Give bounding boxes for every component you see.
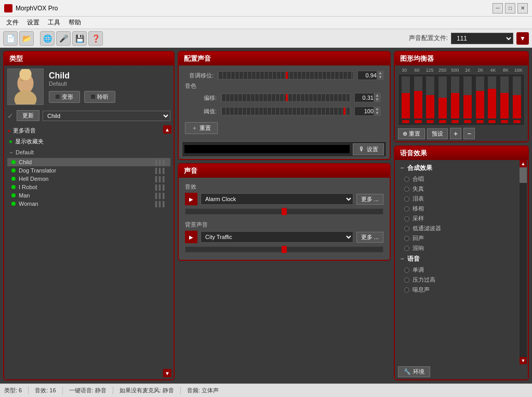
eq-bar-track-8[interactable] xyxy=(500,76,509,118)
env-btn[interactable]: 🔧 环境 xyxy=(398,366,430,377)
bias-slider[interactable] xyxy=(221,94,350,102)
eq-bar-track-0[interactable] xyxy=(402,76,410,118)
fx-item-tearwatch[interactable]: 泪表 xyxy=(396,194,518,204)
close-button[interactable]: ✕ xyxy=(517,3,528,14)
config-reset-btn[interactable]: ＋ 重置 xyxy=(185,122,218,134)
effects-more-btn[interactable]: 更多 ... xyxy=(356,194,383,205)
fx-item-sample[interactable]: 采样 xyxy=(396,214,518,223)
profile-select[interactable]: 111 xyxy=(451,33,513,44)
menu-help[interactable]: 帮助 xyxy=(64,17,85,28)
list-scroll-down[interactable]: ▼ xyxy=(163,369,171,377)
eq-preset-btn[interactable]: 预设 xyxy=(427,128,448,139)
fx-scroll-thumb[interactable] xyxy=(520,167,527,183)
fx-item-mono[interactable]: 单调 xyxy=(396,265,518,275)
fx-item-distort[interactable]: 失真 xyxy=(396,184,518,194)
show-favorites-action[interactable]: ★ 显示收藏夹 xyxy=(7,136,170,147)
eq-knob-8[interactable] xyxy=(501,120,508,123)
tb-help[interactable]: ❓ xyxy=(88,31,103,46)
bias-thumb[interactable] xyxy=(286,94,288,101)
tb-new[interactable]: 📄 xyxy=(3,31,18,46)
threshold-input[interactable] xyxy=(355,108,374,114)
list-item-man[interactable]: Man ▌▌▌ xyxy=(7,191,170,200)
eq-bar-track-5[interactable] xyxy=(463,76,472,118)
eq-freq-125: 125 xyxy=(423,68,436,73)
threshold-down[interactable]: ▼ xyxy=(374,111,381,115)
threshold-slider[interactable] xyxy=(221,107,350,115)
eq-add-btn[interactable]: + xyxy=(450,128,461,139)
bg-play-btn[interactable]: ▶ xyxy=(185,231,197,243)
fx-group2-toggle[interactable]: － xyxy=(399,255,405,263)
avatar xyxy=(7,69,44,105)
list-item-hell[interactable]: Hell Demon ▌▌▌ xyxy=(7,175,170,183)
fx-header: 语音效果 xyxy=(395,147,528,160)
eq-knob-3[interactable] xyxy=(439,120,446,123)
bias-down[interactable]: ▼ xyxy=(374,98,381,102)
effects-volume-thumb[interactable] xyxy=(282,208,287,215)
eq-bar-track-1[interactable] xyxy=(414,76,422,118)
minimize-button[interactable]: ─ xyxy=(493,3,503,14)
more-voices-action[interactable]: ▸ 更多语音 xyxy=(7,125,170,136)
level-settings-btn[interactable]: 🎙 设置 xyxy=(353,143,384,155)
eq-bar-track-9[interactable] xyxy=(513,76,521,118)
eq-bar-track-4[interactable] xyxy=(451,76,459,118)
list-item-dog[interactable]: Dog Translator ▌▌▌ xyxy=(7,166,170,175)
eq-knob-4[interactable] xyxy=(451,120,459,123)
eq-minus-btn[interactable]: − xyxy=(463,128,475,139)
maximize-button[interactable]: □ xyxy=(505,3,515,14)
fx-scroll-down-btn[interactable]: ▼ xyxy=(520,357,527,364)
eq-knob-2[interactable] xyxy=(427,120,434,123)
pitch-down[interactable]: ▼ xyxy=(377,75,384,80)
fx-group1-toggle[interactable]: － xyxy=(399,164,405,173)
fx-item-pressure[interactable]: 压力过高 xyxy=(396,275,518,285)
fx-scroll-up-btn[interactable]: ▲ xyxy=(520,160,527,167)
pitch-slider[interactable] xyxy=(218,71,353,80)
eq-knob-1[interactable] xyxy=(415,120,422,123)
pitch-row: 音调移位: ▲ ▼ xyxy=(182,69,387,82)
pitch-input[interactable] xyxy=(358,72,377,78)
fx-item-reverb[interactable]: 混响 xyxy=(396,243,518,253)
pitch-thumb[interactable] xyxy=(286,72,288,79)
voice-sub: Default xyxy=(49,81,170,87)
eq-reset-btn[interactable]: ⊕ 重置 xyxy=(398,128,425,139)
filter-btn[interactable]: ▼ xyxy=(516,32,529,45)
menu-tools[interactable]: 工具 xyxy=(44,17,64,28)
voice-dropdown[interactable]: Child xyxy=(43,111,170,121)
bg-volume-slider[interactable] xyxy=(185,246,383,253)
bg-label: 背景声音 xyxy=(185,221,383,229)
list-scroll-up[interactable]: ▲ xyxy=(163,125,171,134)
tb-save[interactable]: 💾 xyxy=(72,31,87,46)
tb-mic[interactable]: 🎤 xyxy=(56,31,71,46)
list-item-robot[interactable]: I Robot ▌▌▌ xyxy=(7,183,170,191)
effects-play-btn[interactable]: ▶ xyxy=(185,193,197,205)
eq-knob-0[interactable] xyxy=(402,120,409,123)
update-btn[interactable]: 更新 xyxy=(17,110,39,121)
fx-item-chorus[interactable]: 合唱 xyxy=(396,174,518,184)
tb-open[interactable]: 📂 xyxy=(19,31,34,46)
threshold-thumb[interactable] xyxy=(343,108,345,115)
fx-item-breathe[interactable]: 喘息声 xyxy=(396,285,518,295)
fx-item-phase[interactable]: 移相 xyxy=(396,204,518,214)
listen-btn[interactable]: 聆听 xyxy=(84,91,115,103)
eq-knob-7[interactable] xyxy=(488,120,496,123)
eq-knob-6[interactable] xyxy=(476,120,484,123)
tb-globe[interactable]: 🌐 xyxy=(40,31,55,46)
bg-volume-thumb[interactable] xyxy=(282,246,287,253)
fx-item-lowpass[interactable]: 低通滤波器 xyxy=(396,223,518,233)
list-item-child[interactable]: Child ▌▌▌ xyxy=(7,158,170,166)
eq-knob-5[interactable] xyxy=(464,120,471,123)
eq-knob-9[interactable] xyxy=(513,120,521,123)
eq-bar-track-6[interactable] xyxy=(476,76,484,118)
menu-file[interactable]: 文件 xyxy=(2,17,23,28)
bg-select[interactable]: City Traffic xyxy=(201,231,353,243)
effects-volume-slider[interactable] xyxy=(185,208,383,215)
eq-bar-track-7[interactable] xyxy=(488,76,496,118)
fx-item-echo[interactable]: 回声 xyxy=(396,233,518,243)
morph-btn[interactable]: 变形 xyxy=(49,91,80,103)
menu-settings[interactable]: 设置 xyxy=(23,17,44,28)
bg-more-btn[interactable]: 更多 ... xyxy=(356,232,383,243)
bias-input[interactable] xyxy=(355,95,374,101)
eq-bar-track-2[interactable] xyxy=(426,76,434,118)
list-item-woman[interactable]: Woman ▌▌▌ xyxy=(7,200,170,208)
eq-bar-track-3[interactable] xyxy=(438,76,447,118)
effects-select[interactable]: Alarm Clock xyxy=(201,193,353,205)
